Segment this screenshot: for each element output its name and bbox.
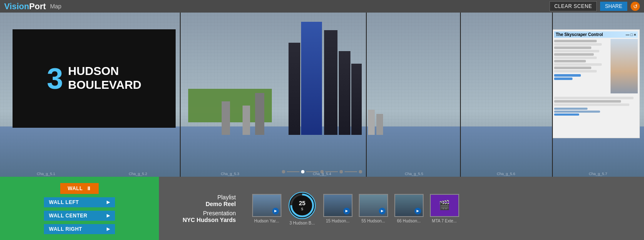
wall-center-label: WALL CENTER <box>49 213 87 219</box>
timeline-line <box>287 171 299 172</box>
thumbnail-label-4: 55 Hudson... <box>358 219 389 223</box>
wall-left-button[interactable]: WALL LEFT ▶ <box>44 197 115 207</box>
timeline-dot <box>359 170 362 173</box>
timeline-line <box>325 171 338 172</box>
building-4 <box>351 64 362 135</box>
hudson-logo-box: 3 HUDSON BOULEVARD <box>13 29 176 128</box>
header-right: CLEAR SCENE SHARE ↺ <box>549 1 640 11</box>
logo: VisionPort Map <box>4 2 61 11</box>
building-2 <box>324 30 337 135</box>
panel-controls: — □ × <box>626 33 636 37</box>
playlist-label: Playlist <box>206 194 236 201</box>
building-7 <box>255 93 264 135</box>
panel-divider-1 <box>180 13 181 177</box>
building-6 <box>243 106 250 135</box>
wall-button[interactable]: WALL ⏸ <box>60 183 99 194</box>
center-info: Playlist Demo Reel Presentation NYC Huds… <box>159 177 243 240</box>
thumbnail-img-5: ▶ <box>394 194 424 217</box>
building-5 <box>222 101 230 135</box>
building-8 <box>368 110 375 135</box>
building-3 <box>339 51 350 135</box>
play-overlay-icon: ▶ <box>414 208 421 214</box>
wall-label: WALL <box>68 186 83 191</box>
timeline-dot-active <box>301 170 304 173</box>
wall-pause-icon: ⏸ <box>86 186 92 191</box>
thumbnail-item-3[interactable]: ▶ 15 Hudson... <box>322 194 353 223</box>
panel-divider-3 <box>460 13 461 177</box>
timeline-dot <box>282 170 285 173</box>
thumbnail-label-5: 66 Hudson... <box>393 219 424 223</box>
wall-center-arrow: ▶ <box>107 213 110 218</box>
wall-left-arrow: ▶ <box>107 200 110 204</box>
thumbnail-item-4[interactable]: ▶ 55 Hudson... <box>358 194 389 223</box>
playlist-info-block: Playlist Demo Reel <box>206 194 236 207</box>
panel-divider-2 <box>366 13 367 177</box>
building-9 <box>376 114 383 135</box>
timeline-dot <box>320 170 324 173</box>
hudson-line2: BOULEVARD <box>68 78 141 92</box>
thumbnail-label-1: Hudson Yar... <box>251 219 282 223</box>
panel-title: The Skyscraper Control <box>556 32 603 37</box>
panel-building-image <box>611 39 638 93</box>
skyscraper-panel: The Skyscraper Control — □ × <box>552 29 640 138</box>
thumbnail-item-1[interactable]: ▶ Hudson Yar... <box>251 194 282 223</box>
thumbnail-img-1: ▶ <box>252 194 281 217</box>
thumbnail-img-6: 🎬 <box>430 194 459 217</box>
thumbnail-item-6[interactable]: 🎬 MTA 7 Exte... <box>429 194 460 223</box>
thumb-mta-visual: 🎬 <box>431 195 458 216</box>
buildings-container <box>180 13 544 177</box>
clear-scene-button[interactable]: CLEAR SCENE <box>549 1 596 11</box>
hudson-logo-inner: 3 HUDSON BOULEVARD <box>47 64 141 93</box>
panel-content <box>554 39 638 95</box>
panel-bottom-lines <box>554 97 638 116</box>
demo-reel-value: Demo Reel <box>206 201 236 207</box>
timer-unit: s <box>301 206 303 211</box>
left-controls: WALL ⏸ WALL LEFT ▶ WALL CENTER ▶ WALL RI… <box>0 177 159 240</box>
wall-center-button[interactable]: WALL CENTER ▶ <box>44 211 115 221</box>
hudson-line1: HUDSON <box>68 64 141 78</box>
panel-divider-4 <box>552 13 553 177</box>
wall-left-label: WALL LEFT <box>49 199 79 205</box>
map-label: Map <box>50 3 61 10</box>
refresh-icon[interactable]: ↺ <box>631 2 640 11</box>
wall-right-arrow: ▶ <box>107 227 110 231</box>
thumbnail-item-5[interactable]: ▶ 66 Hudson... <box>393 194 424 223</box>
building-1 <box>289 43 300 135</box>
presentation-label: Presentation <box>183 210 236 217</box>
wall-right-button[interactable]: WALL RIGHT ▶ <box>44 224 115 234</box>
thumbnail-img-2: 25 s <box>289 192 316 219</box>
logo-text: VisionPort <box>4 2 46 11</box>
bottom-panel: WALL ⏸ WALL LEFT ▶ WALL CENTER ▶ WALL RI… <box>0 177 644 240</box>
play-overlay-icon: ▶ <box>343 208 350 214</box>
thumbnail-item-2[interactable]: 25 s 3 Hudson B... <box>286 192 318 225</box>
thumbnail-img-4: ▶ <box>359 194 388 217</box>
wall-right-label: WALL RIGHT <box>49 226 82 232</box>
thumbnail-img-3: ▶ <box>323 194 353 217</box>
timeline <box>282 170 362 173</box>
playlist-area: ▶ Hudson Yar... 25 s 3 Hudson B... <box>243 177 644 240</box>
thumbnail-label-2: 3 Hudson B... <box>286 221 318 225</box>
timeline-line <box>306 171 319 172</box>
thumbnail-label-6: MTA 7 Exte... <box>429 219 460 223</box>
panel-text-area <box>554 39 607 95</box>
share-button[interactable]: SHARE <box>600 2 627 11</box>
viewport: 3 HUDSON BOULEVARD The Skyscraper Contro… <box>0 13 644 177</box>
presentation-info-block: Presentation NYC Hudson Yards <box>183 210 236 223</box>
panel-title-bar: The Skyscraper Control — □ × <box>554 31 638 38</box>
play-overlay-icon: ▶ <box>272 208 279 214</box>
building-blue <box>301 22 322 135</box>
presentation-value: NYC Hudson Yards <box>183 217 236 223</box>
timeline-line <box>345 171 357 172</box>
thumbnail-label-3: 15 Hudson... <box>322 219 353 223</box>
mta-icon: 🎬 <box>439 200 450 211</box>
timer-number: 25 <box>299 200 306 206</box>
play-overlay-icon: ▶ <box>379 208 386 214</box>
header: VisionPort Map CLEAR SCENE SHARE ↺ <box>0 0 644 13</box>
hudson-number: 3 <box>47 64 63 93</box>
timeline-dot <box>340 170 343 173</box>
